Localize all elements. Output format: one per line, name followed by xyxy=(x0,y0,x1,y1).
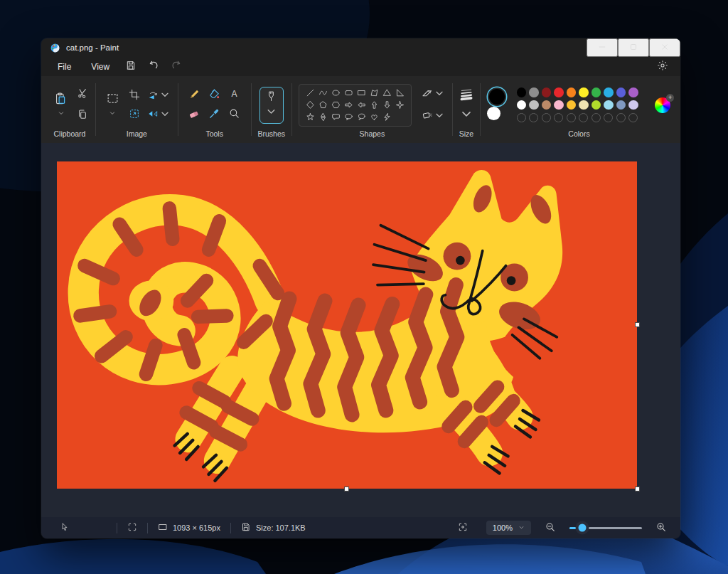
color-swatch[interactable] xyxy=(604,100,614,110)
arrow-up-shape[interactable] xyxy=(368,100,380,111)
star-6-shape[interactable] xyxy=(317,112,329,123)
zoom-out-button[interactable] xyxy=(540,520,561,536)
close-button[interactable] xyxy=(649,38,680,57)
speech-oval-shape[interactable] xyxy=(343,112,355,123)
pentagon-shape[interactable] xyxy=(317,100,329,111)
copy-button[interactable] xyxy=(76,108,89,123)
resize-handle-bottom[interactable] xyxy=(344,487,349,491)
color-swatch[interactable] xyxy=(517,87,527,97)
zoom-slider-thumb[interactable] xyxy=(579,524,587,532)
empty-color-slot[interactable] xyxy=(542,113,551,122)
rectangle-shape[interactable] xyxy=(355,87,368,99)
size-button[interactable] xyxy=(459,87,473,123)
flip-button[interactable] xyxy=(146,107,171,122)
edit-colors-button[interactable]: + xyxy=(655,97,671,113)
eraser-tool-button[interactable] xyxy=(188,107,201,122)
magnifier-button[interactable] xyxy=(228,107,241,122)
right-triangle-shape[interactable] xyxy=(394,87,406,99)
curve-shape[interactable] xyxy=(317,87,329,99)
ellipse-shape[interactable] xyxy=(330,87,342,99)
color-swatch[interactable] xyxy=(628,87,638,97)
crop-button[interactable] xyxy=(128,88,141,103)
color-swatch[interactable] xyxy=(616,87,626,97)
clipboard-group: Clipboard xyxy=(44,76,95,143)
zoom-in-button[interactable] xyxy=(651,520,672,536)
color-swatch[interactable] xyxy=(529,87,539,97)
rotate-icon xyxy=(147,89,159,102)
color-swatch[interactable] xyxy=(542,87,552,97)
arrow-right-shape[interactable] xyxy=(343,100,355,111)
save-button[interactable] xyxy=(120,58,141,75)
rounded-rectangle-shape[interactable] xyxy=(343,87,355,99)
fill-tool-button[interactable] xyxy=(208,87,221,103)
resize-button[interactable] xyxy=(128,107,141,122)
shape-fill-button[interactable] xyxy=(421,109,446,124)
arrow-left-shape[interactable] xyxy=(355,100,368,111)
redo-button[interactable] xyxy=(166,58,187,75)
rotate-button[interactable] xyxy=(146,88,171,103)
heart-shape[interactable] xyxy=(368,112,380,123)
color-picker-button[interactable] xyxy=(208,107,221,122)
background-color-swatch[interactable] xyxy=(487,107,500,120)
maximize-button[interactable] xyxy=(618,38,649,57)
hexagon-shape[interactable] xyxy=(330,100,342,111)
settings-button[interactable] xyxy=(652,58,673,75)
color-swatch[interactable] xyxy=(567,87,577,97)
line-shape[interactable] xyxy=(304,87,316,99)
empty-color-slot[interactable] xyxy=(604,113,613,122)
triangle-shape[interactable] xyxy=(381,87,393,99)
color-swatch[interactable] xyxy=(579,87,589,97)
color-swatch[interactable] xyxy=(592,87,601,97)
diamond-shape[interactable] xyxy=(304,100,316,111)
empty-color-slot[interactable] xyxy=(616,113,626,122)
speech-round-shape[interactable] xyxy=(355,112,368,123)
paint-window: cat.png - Paint File View xyxy=(41,38,680,538)
brushes-button[interactable] xyxy=(259,87,284,124)
color-swatch[interactable] xyxy=(604,87,614,97)
empty-color-slot[interactable] xyxy=(592,113,601,122)
foreground-color-swatch[interactable] xyxy=(489,89,505,105)
menu-file[interactable]: File xyxy=(48,59,80,75)
fit-to-screen-button[interactable] xyxy=(448,522,478,533)
color-swatch[interactable] xyxy=(542,100,552,110)
arrow-down-shape[interactable] xyxy=(381,100,393,111)
menu-view[interactable]: View xyxy=(82,59,119,75)
paste-button[interactable] xyxy=(50,90,71,120)
empty-color-slot[interactable] xyxy=(554,113,563,122)
minimize-button[interactable] xyxy=(587,38,618,57)
color-swatch[interactable] xyxy=(554,87,564,97)
resize-handle-right[interactable] xyxy=(635,322,640,327)
color-swatch[interactable] xyxy=(554,100,564,110)
color-swatch[interactable] xyxy=(592,100,601,110)
empty-color-slot[interactable] xyxy=(567,113,576,122)
text-tool-button[interactable]: A xyxy=(228,87,241,103)
star-4-shape[interactable] xyxy=(394,100,406,111)
undo-button[interactable] xyxy=(143,58,164,75)
resize-handle-corner[interactable] xyxy=(635,487,640,491)
color-swatch[interactable] xyxy=(529,100,539,110)
empty-color-slot[interactable] xyxy=(529,113,538,122)
color-swatch[interactable] xyxy=(567,100,577,110)
polygon-shape[interactable] xyxy=(368,87,380,99)
empty-color-slot[interactable] xyxy=(517,113,526,122)
empty-color-slot[interactable] xyxy=(628,113,638,122)
pencil-tool-button[interactable] xyxy=(188,87,201,103)
drawing-canvas[interactable] xyxy=(57,161,637,489)
shapes-grid xyxy=(299,84,412,127)
zoom-slider[interactable] xyxy=(569,527,642,529)
star-5-shape[interactable] xyxy=(304,112,316,123)
window-controls xyxy=(587,38,680,57)
cut-button[interactable] xyxy=(76,87,89,102)
zoom-level-dropdown[interactable]: 100% xyxy=(486,521,531,535)
color-swatch[interactable] xyxy=(616,100,626,110)
image-label: Image xyxy=(127,129,147,142)
lightning-shape[interactable] xyxy=(381,112,393,123)
speech-rect-shape[interactable] xyxy=(330,112,342,123)
empty-color-slot[interactable] xyxy=(579,113,588,122)
color-swatch[interactable] xyxy=(579,100,589,110)
select-button[interactable] xyxy=(102,90,123,120)
shape-outline-button[interactable] xyxy=(421,87,446,102)
size-group: Size xyxy=(453,76,480,143)
color-swatch[interactable] xyxy=(628,100,638,110)
color-swatch[interactable] xyxy=(517,100,527,110)
